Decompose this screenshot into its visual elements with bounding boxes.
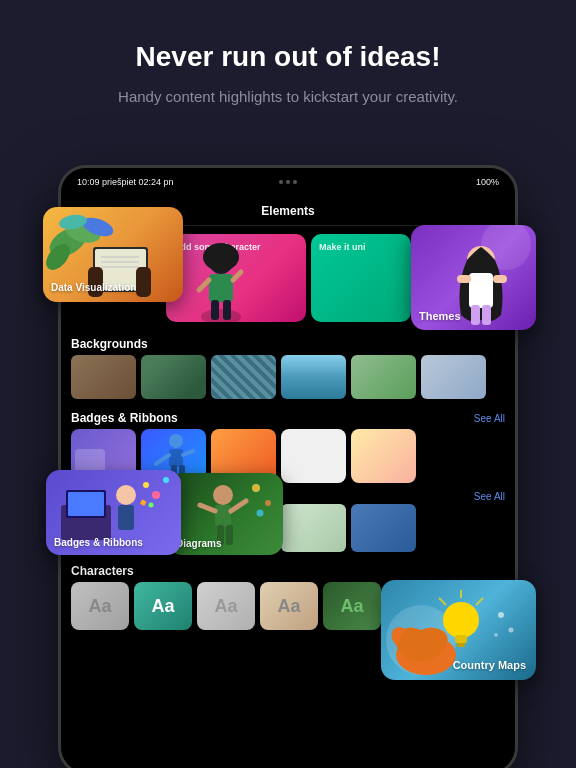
svg-line-58 <box>476 598 483 605</box>
svg-rect-35 <box>68 492 104 516</box>
bg-thumb-1[interactable] <box>71 355 136 399</box>
floating-card-badges[interactable]: Badges & Ribbons <box>46 470 181 555</box>
ipad-status-bar: 10:09 priešpiet 02:24 pn 100% <box>61 168 515 196</box>
page-subtitle: Handy content highlights to kickstart yo… <box>40 86 536 109</box>
svg-point-41 <box>149 503 154 508</box>
page-title: Never run out of ideas! <box>40 40 536 74</box>
svg-rect-48 <box>226 525 233 545</box>
svg-point-39 <box>152 491 160 499</box>
svg-point-0 <box>201 309 241 322</box>
svg-rect-20 <box>136 267 151 297</box>
backgrounds-section: Backgrounds <box>61 331 515 407</box>
card-make-it[interactable]: Make it uni <box>311 234 411 322</box>
svg-line-46 <box>231 501 246 511</box>
char-thumb-2[interactable]: Aa <box>134 582 192 630</box>
badges-see-all[interactable]: See All <box>474 413 505 424</box>
svg-rect-29 <box>457 275 471 283</box>
bg-thumb-3[interactable] <box>211 355 276 399</box>
woman-figure-icon <box>181 242 261 322</box>
backgrounds-label: Backgrounds <box>61 331 515 355</box>
floating-card-data-viz[interactable]: Data Visualization <box>43 207 183 302</box>
page-header: Never run out of ideas! Handy content hi… <box>0 0 576 128</box>
diag-thumb-5[interactable] <box>351 504 416 552</box>
bg-thumb-2[interactable] <box>141 355 206 399</box>
svg-rect-3 <box>209 274 233 302</box>
svg-rect-42 <box>140 499 147 506</box>
bg-thumb-5[interactable] <box>351 355 416 399</box>
ipad-battery: 100% <box>476 177 499 187</box>
ipad-nav-title: Elements <box>261 204 314 218</box>
bg-thumb-6[interactable] <box>421 355 486 399</box>
floating-card-themes[interactable]: Themes <box>411 225 536 330</box>
svg-line-11 <box>183 451 193 455</box>
badges-section-label: Badges & Ribbons <box>71 411 178 425</box>
data-viz-label: Data Visualization <box>51 282 136 294</box>
svg-rect-37 <box>118 505 134 530</box>
card-make-it-label: Make it uni <box>319 242 366 252</box>
svg-point-8 <box>169 434 183 448</box>
svg-point-62 <box>494 633 498 637</box>
svg-point-49 <box>252 484 260 492</box>
char-thumb-1[interactable]: Aa <box>71 582 129 630</box>
characters-label: Characters <box>61 558 515 582</box>
svg-point-38 <box>143 482 149 488</box>
ipad-container: 10:09 priešpiet 02:24 pn 100% Elements <box>58 165 518 768</box>
svg-point-36 <box>116 485 136 505</box>
svg-rect-7 <box>223 300 231 320</box>
floating-card-diagrams[interactable]: Diagrams <box>168 473 283 555</box>
diag-thumb-4[interactable] <box>281 504 346 552</box>
dot-1 <box>279 180 283 184</box>
svg-rect-32 <box>482 305 491 325</box>
svg-line-45 <box>200 505 215 511</box>
svg-rect-6 <box>211 300 219 320</box>
dot-3 <box>293 180 297 184</box>
svg-point-51 <box>257 510 264 517</box>
svg-line-59 <box>439 598 446 605</box>
svg-line-10 <box>156 455 169 464</box>
char-thumb-4[interactable]: Aa <box>260 582 318 630</box>
svg-point-61 <box>509 628 514 633</box>
backgrounds-scroll[interactable] <box>61 355 515 407</box>
country-maps-label: Country Maps <box>453 659 526 672</box>
diagrams-float-label: Diagrams <box>176 538 222 549</box>
svg-point-54 <box>443 602 479 638</box>
svg-rect-9 <box>169 449 183 467</box>
ipad-time: 10:09 priešpiet 02:24 pn <box>77 177 174 187</box>
svg-point-43 <box>213 485 233 505</box>
badges-section-header: Badges & Ribbons See All <box>61 407 515 429</box>
diagrams-see-all[interactable]: See All <box>474 491 505 502</box>
char-thumb-5[interactable]: Aa <box>323 582 381 630</box>
svg-point-40 <box>163 477 169 483</box>
svg-line-4 <box>199 280 209 290</box>
svg-rect-55 <box>455 635 467 643</box>
svg-line-5 <box>233 272 241 280</box>
svg-point-2 <box>203 243 239 271</box>
svg-rect-31 <box>471 305 480 325</box>
svg-rect-30 <box>493 275 507 283</box>
svg-rect-28 <box>469 273 493 308</box>
svg-rect-44 <box>215 505 231 527</box>
badges-float-label: Badges & Ribbons <box>54 537 143 549</box>
svg-rect-56 <box>457 643 465 647</box>
dot-2 <box>286 180 290 184</box>
floating-card-country-maps[interactable]: Country Maps <box>381 580 536 680</box>
char-thumb-3[interactable]: Aa <box>197 582 255 630</box>
svg-point-50 <box>265 500 271 506</box>
page-background: Never run out of ideas! Handy content hi… <box>0 0 576 768</box>
svg-point-60 <box>498 612 504 618</box>
badge-thumb-5[interactable] <box>351 429 416 483</box>
themes-label: Themes <box>419 310 461 322</box>
ipad-dots-group <box>279 180 297 184</box>
bg-thumb-4[interactable] <box>281 355 346 399</box>
card-add-character[interactable]: Add some character <box>166 234 306 322</box>
badge-thumb-4[interactable] <box>281 429 346 483</box>
